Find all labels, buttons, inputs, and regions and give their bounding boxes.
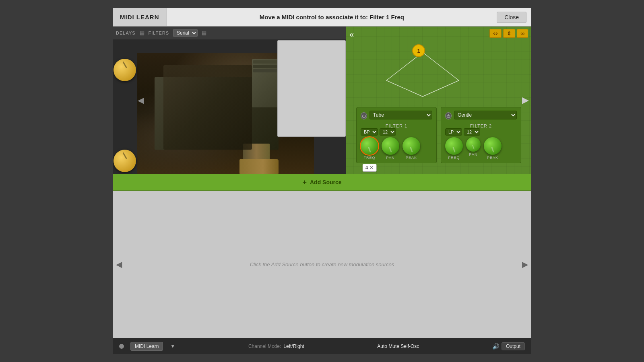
guitar-shape — [163, 65, 252, 150]
filter2-subtype-select[interactable]: LP — [445, 128, 462, 136]
filter2-box: ⏻ Gentle FILTER 2 LP 12 — [441, 107, 521, 163]
output-button[interactable]: Output — [502, 342, 525, 350]
filter1-row: BP 12 — [361, 128, 432, 136]
svg-line-2 — [386, 80, 423, 97]
auto-mute-item: Auto Mute Self-Osc — [377, 343, 419, 349]
filter2-pan-label: PAN — [469, 152, 478, 156]
filter-icon[interactable]: ▤ — [202, 30, 206, 36]
app-container: MIDI LEARN Move a MIDI control to associ… — [113, 8, 531, 354]
filter1-power[interactable]: ⏻ — [361, 112, 367, 119]
filter2-title: FILTER 2 — [445, 123, 517, 128]
bottom-bar: MIDI Learn ▼ Channel Mode: Left/Right Au… — [113, 338, 531, 354]
vertical-swap-button[interactable]: ⇕ — [503, 29, 515, 38]
left-knob-area — [113, 51, 137, 174]
filter2-peak-container: PEAK — [484, 137, 502, 160]
midi-banner: MIDI LEARN Move a MIDI control to associ… — [113, 8, 531, 27]
filter-graph: 1 — [350, 40, 527, 105]
auto-mute-value: Auto Mute Self-Osc — [377, 343, 419, 349]
back-arrow-button[interactable]: « — [349, 30, 354, 39]
filter-node-1[interactable]: 1 — [412, 44, 425, 57]
filter1-freq-container: 4 ✕ FREQ — [361, 137, 378, 160]
main-content: DELAYS ▤ FILTERS Serial ▤ ◀ 🔒 1622.7 — [113, 27, 531, 174]
svg-line-1 — [423, 52, 459, 80]
add-source-text: Add Source — [310, 179, 342, 185]
right-panel-top: ⇔ ⇕ ∞ — [346, 27, 531, 40]
add-source-icon: + — [302, 178, 307, 187]
output-item: 🔊 Output — [492, 342, 525, 350]
horizontal-swap-button[interactable]: ⇔ — [489, 29, 502, 38]
channel-mode-item: Channel Mode: Left/Right — [248, 343, 304, 349]
filter1-knobs: 4 ✕ FREQ PAN PEAK — [361, 137, 432, 160]
filters-label: FILTERS — [149, 31, 169, 35]
filter2-freq-knob[interactable] — [445, 137, 463, 155]
tooltip-value: 4 — [365, 165, 368, 171]
mod-area: ◀ Click the Add Source button to create … — [113, 191, 531, 338]
filter2-pan-knob[interactable] — [466, 137, 481, 152]
svg-line-3 — [423, 80, 459, 97]
filter2-pan-container: PAN — [466, 137, 481, 160]
right-panel: « ⇔ ⇕ ∞ 1 — [346, 27, 531, 174]
filter2-type-select[interactable]: Gentle — [454, 111, 517, 119]
filter1-peak-knob[interactable] — [402, 137, 420, 155]
filter1-type-select[interactable]: Tube — [369, 111, 432, 119]
filter2-freq-label: FREQ — [448, 156, 460, 160]
midi-learn-dropdown[interactable]: ▼ — [170, 343, 175, 349]
midi-learn-title: MIDI LEARN — [113, 8, 167, 26]
right-side-empty — [277, 40, 346, 137]
filter1-peak-label: PEAK — [406, 156, 417, 160]
filter2-peak-label: PEAK — [487, 156, 498, 160]
shoe-shape — [239, 159, 279, 174]
filter1-header: ⏻ Tube — [361, 111, 432, 121]
delays-label: DELAYS — [116, 31, 136, 35]
filter2-peak-knob[interactable] — [484, 137, 502, 155]
filter2-power[interactable]: ⏻ — [445, 112, 452, 119]
filter1-box: ⏻ Tube FILTER 1 BP 12 — [356, 107, 437, 163]
top-bar: DELAYS ▤ FILTERS Serial ▤ — [113, 27, 346, 39]
delays-icon[interactable]: ▤ — [140, 30, 144, 36]
right-panel-arrow-right[interactable]: ▶ — [520, 91, 531, 109]
mod-area-hint: Click the Add Source button to create ne… — [250, 261, 394, 267]
midi-banner-message: Move a MIDI control to associate it to: … — [167, 14, 497, 21]
filter2-freq-container: FREQ — [445, 137, 463, 160]
nav-arrow-left[interactable]: ◀ — [138, 95, 144, 105]
left-knob-bottom[interactable] — [114, 150, 136, 172]
midi-learn-bottom-button[interactable]: MIDI Learn — [130, 342, 163, 351]
channel-mode-label: Channel Mode: — [248, 343, 281, 349]
filter2-row: LP 12 — [445, 128, 517, 136]
channel-mode-value: Left/Right — [283, 343, 304, 349]
speaker-icon: 🔊 — [492, 343, 499, 350]
infinity-button[interactable]: ∞ — [517, 29, 528, 38]
mod-nav-left[interactable]: ◀ — [113, 255, 125, 273]
filter1-peak-container: PEAK — [402, 137, 420, 160]
filter1-pan-label: PAN — [386, 156, 395, 160]
filter1-pan-container: PAN — [382, 137, 399, 160]
left-panel: DELAYS ▤ FILTERS Serial ▤ ◀ 🔒 1622.7 — [113, 27, 346, 174]
midi-close-button[interactable]: Close — [497, 12, 526, 23]
left-knob-top[interactable] — [114, 59, 136, 81]
indicator-dot — [119, 344, 124, 349]
filter1-pan-knob[interactable] — [382, 137, 399, 155]
add-source-bar[interactable]: + Add Source — [113, 174, 531, 191]
filter2-value-select[interactable]: 12 — [464, 128, 480, 136]
filter2-header: ⏻ Gentle — [445, 111, 517, 121]
tooltip-close[interactable]: ✕ — [369, 165, 374, 171]
filter1-subtype-select[interactable]: BP — [361, 128, 378, 136]
mod-nav-right[interactable]: ▶ — [519, 255, 531, 273]
filter1-freq-label: FREQ — [363, 156, 375, 160]
filter1-freq-knob[interactable] — [361, 137, 378, 155]
filter1-title: FILTER 1 — [361, 123, 432, 128]
filters-controls: ⏻ Tube FILTER 1 BP 12 — [346, 105, 531, 166]
filter1-freq-tooltip: 4 ✕ — [363, 164, 377, 172]
filter2-knobs: FREQ PAN PEAK — [445, 137, 517, 160]
filter-mode-select[interactable]: Serial — [173, 29, 198, 37]
filter1-value-select[interactable]: 12 — [380, 128, 396, 136]
